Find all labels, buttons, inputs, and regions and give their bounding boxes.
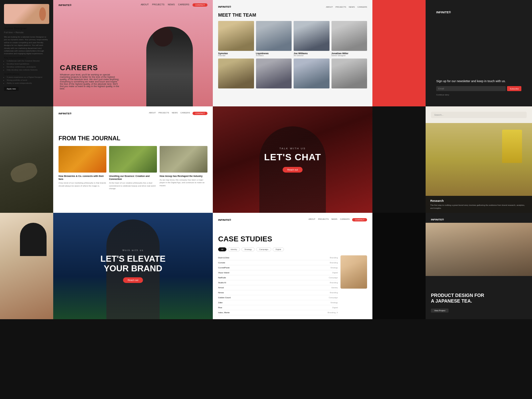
red-accent-block <box>372 0 426 106</box>
research-panel: Search... Research The first step to cra… <box>426 106 532 213</box>
team-member <box>218 59 254 90</box>
newsletter-bg: INFINITE® Sign up for our newsletter and… <box>431 5 527 101</box>
elevate-subtitle: Work with us <box>100 249 166 251</box>
list-item: Golden Gourd Campaign <box>218 295 338 300</box>
newsletter-email-input[interactable] <box>436 86 506 91</box>
filter-strategy[interactable]: Strategy <box>241 247 255 251</box>
team-role: Founder <box>218 55 254 57</box>
journal-card-title: Unveiling our Essence: Creation and Conn… <box>109 175 157 181</box>
journal-card-title: How Aesop has Reshaped the Industry <box>160 175 207 178</box>
person-head <box>20 223 47 256</box>
journal-panel: INFINITE® ABOUT PROJECTS NEWS CAREERS CO… <box>53 106 213 213</box>
team-photo <box>294 21 330 51</box>
red-block <box>372 0 426 106</box>
research-search[interactable]: Search... <box>431 112 527 118</box>
journal-card-image <box>160 146 207 173</box>
dark-strip <box>372 106 426 213</box>
careers-logo: INFINITE® <box>59 4 71 7</box>
newsletter-link[interactable]: Continue story <box>436 94 521 96</box>
team-photo <box>332 21 367 51</box>
filter-campaign[interactable]: Campaign <box>256 247 271 251</box>
lets-chat-title: LET'S CHAT <box>264 152 321 163</box>
case-logo: INFINITE® <box>218 218 231 221</box>
filter-digital[interactable]: Digital <box>273 247 284 251</box>
team-member: Liquidnews Architect <box>256 21 292 57</box>
team-name: Joe Williams <box>294 52 330 55</box>
team-photo <box>256 59 292 88</box>
careers-contact-btn[interactable]: CONTACT <box>193 3 207 7</box>
careers-text-block: CAREERS Whatever your level, you'll be w… <box>60 64 120 90</box>
journal-nav-links: ABOUT PROJECTS NEWS CAREERS CONTACT <box>149 112 207 115</box>
case-list: Dash & Dine Branding Comote Branding Cur… <box>218 255 338 315</box>
elevate-overlay: Work with us LET'S ELEVATEYOUR BRAND Rea… <box>100 249 166 283</box>
job-body: We are looking for a talented Junior Des… <box>4 36 49 55</box>
elevate-btn[interactable]: Reach out <box>123 277 143 283</box>
job-section1: Key responsibilities <box>4 57 49 59</box>
team-photo <box>294 59 330 88</box>
meet-nav: INFINITE® ABOUT PROJECTS NEWS CAREERS <box>218 5 367 8</box>
filter-identity[interactable]: Identity <box>228 247 240 251</box>
product-design-panel: INFINITE® PRODUCT DESIGN FORA JAPANESE T… <box>426 213 532 319</box>
team-role: Architect <box>256 55 292 57</box>
journal-logo: INFINITE® <box>59 112 71 115</box>
team-photo <box>332 59 367 88</box>
team-photo <box>218 59 254 88</box>
search-placeholder-text: Search... <box>434 114 444 116</box>
junior-designer-panel: Junior Designer Full time + Remote We ar… <box>0 0 53 106</box>
list-item: CurvedPaste Strategy <box>218 265 338 270</box>
lets-chat-subtitle: TALK WITH US <box>264 147 321 150</box>
team-name: Jonathan Miller <box>332 52 367 55</box>
case-nav: INFINITE® ABOUT PROJECTS NEWS CAREERS CO… <box>218 218 367 221</box>
person-photo-panel <box>0 213 53 319</box>
list-item: Index, Mortie Branding, II <box>218 310 338 315</box>
careers-heading: CAREERS <box>60 64 120 72</box>
product-view-btn[interactable]: View Project <box>431 309 449 313</box>
newsletter-subscribe-btn[interactable]: Subscribe <box>507 86 521 91</box>
journal-card-image <box>109 146 157 173</box>
product-title: PRODUCT DESIGN FORA JAPANESE TEA. <box>431 293 527 304</box>
lets-chat-btn[interactable]: Reach out <box>283 167 303 173</box>
meet-nav-links: ABOUT PROJECTS NEWS CAREERS <box>326 6 367 8</box>
journal-card-image <box>59 146 106 173</box>
list-item: Comote Branding <box>218 260 338 265</box>
careers-hero-panel: INFINITE® ABOUT PROJECTS NEWS CAREERS CO… <box>53 0 213 106</box>
journal-card-desc: At the heart of our creative philosophy … <box>109 182 157 190</box>
job-thumbnail <box>4 4 49 24</box>
product-cell: INFINITE® PRODUCT DESIGN FORA JAPANESE T… <box>426 213 532 319</box>
case-contact-btn[interactable]: CONTACT <box>352 218 367 221</box>
newsletter-title: Sign up for our newsletter and keep in t… <box>436 79 521 83</box>
elevate-title: LET'S ELEVATEYOUR BRAND <box>100 254 166 273</box>
team-photo <box>256 21 292 51</box>
journal-contact-btn[interactable]: CONTACT <box>193 112 207 115</box>
careers-desc: Whatever your level, you'll be working o… <box>60 73 120 90</box>
case-filters: All Identity Strategy Campaign Digital <box>218 247 367 251</box>
list-item: Arrival Identity <box>218 285 338 290</box>
newsletter-form: Subscribe <box>436 86 521 91</box>
journal-nav: INFINITE® ABOUT PROJECTS NEWS CAREERS CO… <box>59 112 207 115</box>
meet-logo: INFINITE® <box>218 5 231 8</box>
team-grid: Symolan Founder Liquidnews Architect Joe… <box>218 21 367 90</box>
job-quals: 3 years experience as a Digital Designer… <box>4 76 49 85</box>
list-item: Rise Digital <box>218 305 338 310</box>
newsletter-logo: INFINITE® <box>436 11 521 14</box>
team-name: Symolan <box>218 52 254 55</box>
dark-strip-panel <box>372 106 426 213</box>
team-role: Art Director <box>294 55 330 57</box>
journal-card: How Breweries & Co. connects with their … <box>59 146 106 190</box>
person-photo <box>0 213 53 319</box>
list-item: Virpur Island Digital <box>218 270 338 275</box>
careers-nav: INFINITE® ABOUT PROJECTS NEWS CAREERS CO… <box>53 3 213 7</box>
journal-card-desc: A key tenet of our marketing philosophy … <box>59 182 106 187</box>
team-member <box>256 59 292 90</box>
team-name: Liquidnews <box>256 52 292 55</box>
dark-strip2 <box>372 213 426 319</box>
journal-card: Unveiling our Essence: Creation and Conn… <box>109 146 157 190</box>
apply-button[interactable]: Apply now <box>4 87 19 91</box>
careers-nav-links: ABOUT PROJECTS NEWS CAREERS CONTACT <box>141 3 207 7</box>
list-item: Dash & Dine Branding <box>218 255 338 260</box>
filter-all[interactable]: All <box>218 247 226 251</box>
journal-cards: How Breweries & Co. connects with their … <box>59 146 207 190</box>
case-featured-thumbnail <box>340 255 367 289</box>
product-image <box>426 223 532 276</box>
research-card-title: Research <box>430 199 527 202</box>
